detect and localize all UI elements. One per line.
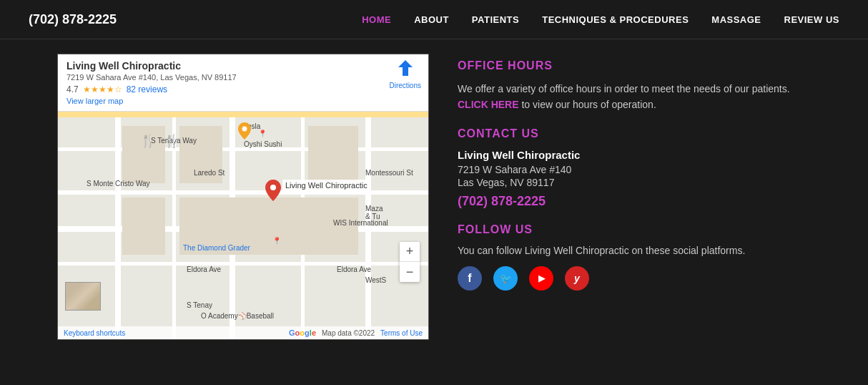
place-diamond: The Diamond Grader [183,244,250,252]
svg-point-1 [270,185,276,190]
map-business-name: Living Well Chiropractic [66,60,420,72]
nav-techniques[interactable]: TECHNIQUES & PROCEDURES [542,14,689,25]
place-academy: O Academy⚾Baseball [201,312,274,320]
header: (702) 878-2225 HOME ABOUT PATIENTS TECHN… [0,0,868,39]
zoom-out-button[interactable]: − [400,262,420,282]
twitter-symbol: 🐦 [500,273,512,284]
place-eldora: Eldora Ave [187,265,221,273]
contact-business-name: Living Well Chiropractic [458,149,811,161]
nav-massage[interactable]: MASSAGE [711,14,761,25]
contact-title: CONTACT US [458,127,811,140]
zoom-in-button[interactable]: + [400,242,420,262]
twitter-icon[interactable]: 🐦 [493,266,518,291]
office-hours-text-before: We offer a variety of office hours in or… [458,83,790,94]
office-hours-section: OFFICE HOURS We offer a variety of offic… [458,59,811,113]
main-nav: HOME ABOUT PATIENTS TECHNIQUES & PROCEDU… [362,14,839,25]
click-here-link[interactable]: CLICK HERE [458,99,519,110]
place-laredo: Laredo St [194,169,225,177]
terms-link[interactable]: Terms of Use [380,329,423,337]
lwc-pin: Living Well Chiropractic [265,180,370,201]
office-hours-text-after: to view our hours of operation. [521,99,656,110]
place-monte-cristo: S Monte Cristo Way [87,180,150,187]
youtube-symbol: ▶ [538,273,545,283]
place-montessouri: Montessouri St [365,169,413,177]
contact-address-line1: 7219 W Sahara Ave #140 [458,164,811,175]
place-tenaya-s: S Tenay [187,301,212,309]
header-phone: (702) 878-2225 [29,12,117,27]
youtube-icon[interactable]: ▶ [529,266,553,291]
map-rating-row: 4.7 ★★★★☆ 82 reviews [66,84,420,94]
map-container: Living Well Chiropractic 7219 W Sahara A… [57,54,429,340]
google-logo: Google [289,328,316,337]
main-content: Living Well Chiropractic 7219 W Sahara A… [0,39,868,354]
office-hours-title: OFFICE HOURS [458,59,811,72]
follow-section: FOLLOW US You can follow Living Well Chi… [458,223,811,291]
place-maza: Maza& Tu [365,205,383,220]
facebook-symbol: f [468,272,471,285]
map-data-label: Map data ©2022 [322,329,375,337]
lwc-pin-label: Living Well Chiropractic [282,180,370,191]
social-icons-row: f 🐦 ▶ y [458,266,811,291]
directions-icon [397,60,414,80]
map-footer: Keyboard shortcuts Google Map data ©2022… [58,326,428,339]
view-larger-map-link[interactable]: View larger map [66,97,420,105]
follow-text: You can follow Living Well Chiropractic … [458,245,811,256]
map-stars: ★★★★☆ [83,84,122,94]
nav-home[interactable]: HOME [362,14,391,25]
directions-label: Directions [390,82,421,89]
place-wis: WIS International [333,219,388,227]
svg-point-0 [242,127,247,132]
oyshi-pin [238,122,251,142]
nav-about[interactable]: ABOUT [414,14,449,25]
map-info-bar: Living Well Chiropractic 7219 W Sahara A… [58,54,428,112]
contact-phone[interactable]: (702) 878-2225 [458,194,811,209]
follow-title: FOLLOW US [458,223,811,236]
food-pin-2: 🍴 [164,133,179,149]
yelp-icon[interactable]: y [565,266,589,291]
facebook-icon[interactable]: f [458,266,482,291]
food-pin-1: 🍴 [140,133,156,149]
map-address: 7219 W Sahara Ave #140, Las Vegas, NV 89… [66,73,420,82]
map-reviews-link[interactable]: 82 reviews [127,84,167,94]
map-rating: 4.7 [66,84,79,94]
right-panel: OFFICE HOURS We offer a variety of offic… [458,54,811,340]
place-eldora-r: Eldora Ave [337,265,371,273]
place-wests: WestS [365,276,386,284]
office-hours-text: We offer a variety of office hours in or… [458,81,811,113]
place-diamond-pin: 📍 [272,237,281,245]
nav-review[interactable]: REVIEW US [784,14,839,25]
yelp-symbol: y [574,273,580,284]
place-tesla-pin: 📍 [258,130,267,137]
map-thumbnail [65,282,101,311]
nav-patients[interactable]: PATIENTS [472,14,519,25]
directions-button[interactable]: Directions [390,60,421,89]
contact-address-line2: Las Vegas, NV 89117 [458,177,811,188]
map-zoom-controls[interactable]: + − [400,242,420,282]
keyboard-shortcuts-link[interactable]: Keyboard shortcuts [64,329,125,337]
contact-section: CONTACT US Living Well Chiropractic 7219… [458,127,811,209]
